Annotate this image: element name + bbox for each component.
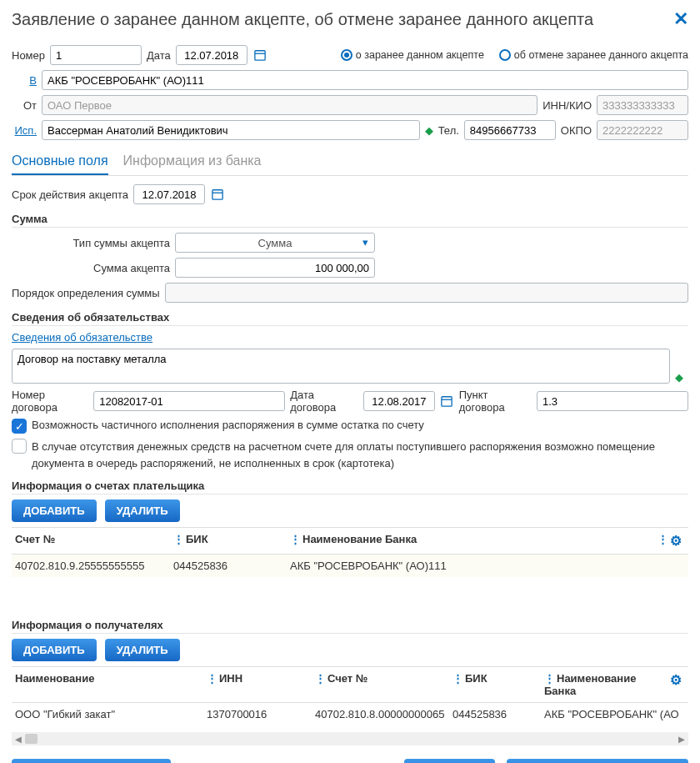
innkio-input xyxy=(597,95,688,115)
tel-label: Тел. xyxy=(438,124,459,137)
gear-icon[interactable]: ⚙ xyxy=(670,533,682,549)
sum-amount-label: Сумма акцепта xyxy=(12,262,170,274)
payer-bank: АКБ "РОСЕВРОБАНК" (АО)111 xyxy=(287,560,688,572)
order-input xyxy=(165,283,688,303)
svg-rect-4 xyxy=(442,397,452,406)
number-input[interactable] xyxy=(50,45,142,65)
table-row[interactable]: ООО "Гибкий закат" 1370700016 40702.810.… xyxy=(12,703,688,725)
recv-delete-button[interactable]: УДАЛИТЬ xyxy=(105,639,180,661)
calendar-icon[interactable] xyxy=(440,394,454,409)
svg-rect-2 xyxy=(212,190,222,199)
close-icon[interactable]: ✕ xyxy=(673,8,688,30)
clause-input[interactable] xyxy=(537,391,688,411)
date-label: Дата xyxy=(147,49,171,62)
recv-acct: 40702.810.8.00000000065 xyxy=(312,708,449,720)
okpo-label: ОКПО xyxy=(561,124,592,137)
innkio-label: ИНН/КИО xyxy=(542,99,592,112)
calendar-icon[interactable] xyxy=(252,48,268,63)
payer-col-acct: Счет № xyxy=(15,533,55,545)
sum-type-label: Тип суммы акцепта xyxy=(12,237,170,249)
contract-num-input[interactable] xyxy=(93,391,285,411)
date-input[interactable] xyxy=(176,45,248,65)
bank-input[interactable] xyxy=(42,70,688,90)
number-label: Номер xyxy=(12,49,45,62)
svg-rect-0 xyxy=(255,51,265,60)
save-new-button[interactable]: Сохранить и создать новое xyxy=(507,759,688,763)
payer-add-button[interactable]: ДОБАВИТЬ xyxy=(12,499,97,522)
payer-col-bik: БИК xyxy=(186,533,208,545)
recv-add-button[interactable]: ДОБАВИТЬ xyxy=(12,639,97,661)
scroll-right-icon[interactable]: ► xyxy=(675,732,688,745)
partial-exec-checkbox[interactable]: ✓ xyxy=(12,419,27,434)
tab-bank-info[interactable]: Информация из банка xyxy=(123,148,262,175)
radio2-label: об отмене заранее данного акцепта xyxy=(514,49,688,61)
table-row[interactable]: 40702.810.9.25555555555 044525836 АКБ "Р… xyxy=(12,555,688,577)
recv-name: ООО "Гибкий закат" xyxy=(12,708,203,720)
partial-exec-label: Возможность частичного исполнения распор… xyxy=(32,419,424,431)
recv-col-bik: БИК xyxy=(465,672,488,685)
contract-num-label: Номер договора xyxy=(12,389,88,414)
payer-acct: 40702.810.9.25555555555 xyxy=(12,560,170,572)
validity-label: Срок действия акцепта xyxy=(12,188,128,201)
isp-link[interactable]: Исп. xyxy=(12,124,37,137)
contract-date-label: Дата договора xyxy=(290,389,358,414)
sum-amount-input[interactable] xyxy=(175,258,375,278)
recv-col-inn: ИНН xyxy=(219,672,242,685)
order-label: Порядок определения суммы xyxy=(12,287,160,299)
sign-send-button[interactable]: Подписать и отправить xyxy=(12,759,171,763)
payer-col-bank: Наименование Банка xyxy=(302,533,417,545)
gear-icon[interactable]: ⚙ xyxy=(670,672,682,697)
okpo-input xyxy=(597,120,688,140)
calendar-icon[interactable] xyxy=(210,187,225,202)
tel-input[interactable] xyxy=(464,120,556,140)
oblig-textarea[interactable]: Договор на поставку металла xyxy=(12,349,670,384)
recv-col-acct: Счет № xyxy=(328,672,368,685)
radio1-label: о заранее данном акцепте xyxy=(356,49,484,61)
isp-input[interactable] xyxy=(42,120,420,140)
validity-input[interactable] xyxy=(133,184,205,204)
horizontal-scrollbar[interactable]: ◄ ► xyxy=(12,732,688,745)
recv-bank: АКБ "РОСЕВРОБАНК" (АО xyxy=(541,708,688,720)
tab-main-fields[interactable]: Основные поля xyxy=(12,148,108,175)
payer-bik: 044525836 xyxy=(170,560,287,572)
radio-cancel-acceptance[interactable]: об отмене заранее данного акцепта xyxy=(499,49,688,61)
bank-v-link[interactable]: В xyxy=(12,74,37,87)
from-label: От xyxy=(12,99,37,112)
add-icon[interactable]: ◆ xyxy=(675,371,683,384)
queue-label: В случае отсутствия денежных средств на … xyxy=(32,439,665,471)
recv-heading: Информация о получателях xyxy=(12,619,688,634)
queue-checkbox[interactable] xyxy=(12,439,27,454)
oblig-heading: Сведения об обязательствах xyxy=(12,311,688,326)
recv-inn: 1370700016 xyxy=(203,708,312,720)
from-input xyxy=(42,95,538,115)
person-icon[interactable]: ◆ xyxy=(425,124,433,137)
recv-col-name: Наименование xyxy=(15,672,94,685)
scroll-left-icon[interactable]: ◄ xyxy=(12,732,25,745)
payer-delete-button[interactable]: УДАЛИТЬ xyxy=(105,499,180,522)
recv-bik: 044525836 xyxy=(449,708,541,720)
payer-heading: Информация о счетах плательщика xyxy=(12,479,688,494)
clause-label: Пункт договора xyxy=(459,389,532,414)
radio-about-acceptance[interactable]: о заранее данном акцепте xyxy=(341,49,484,61)
dialog-title: Заявление о заранее данном акцепте, об о… xyxy=(12,10,593,29)
sum-type-select[interactable]: Сумма xyxy=(175,233,375,253)
oblig-link[interactable]: Сведения об обязательстве xyxy=(12,331,152,344)
sum-heading: Сумма xyxy=(12,213,688,228)
contract-date-input[interactable] xyxy=(363,391,435,411)
recv-col-bank: Наименование Банка xyxy=(544,672,636,697)
save-button[interactable]: Сохранить xyxy=(404,759,496,763)
